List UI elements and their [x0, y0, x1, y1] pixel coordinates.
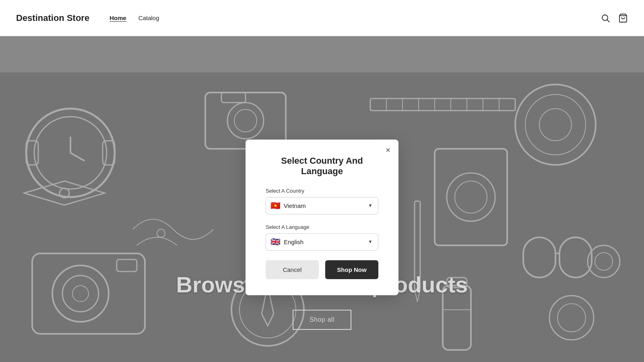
header: Destination Store Home Catalog: [0, 0, 644, 36]
modal-buttons: Cancel Shop Now: [266, 260, 378, 279]
modal-overlay: × Select Country And Language Select A C…: [0, 72, 644, 362]
shop-now-button[interactable]: Shop Now: [325, 260, 378, 279]
svg-line-1: [607, 20, 610, 22]
modal-close-button[interactable]: ×: [386, 146, 390, 154]
country-label: Select A Country: [266, 188, 378, 194]
nav-home[interactable]: Home: [109, 14, 126, 21]
country-select-wrapper: 🇻🇳 Vietnam United States United Kingdom …: [266, 197, 378, 214]
cart-button[interactable]: [618, 13, 628, 23]
svg-point-0: [602, 15, 608, 21]
hero-section: Browse our latest products Shop all × Se…: [0, 36, 644, 362]
cart-icon: [618, 13, 628, 23]
nav-catalog[interactable]: Catalog: [138, 14, 159, 21]
modal-title: Select Country And Language: [266, 156, 378, 177]
search-button[interactable]: [601, 13, 610, 23]
main-nav: Home Catalog: [109, 14, 159, 21]
cancel-button[interactable]: Cancel: [266, 260, 319, 279]
language-select[interactable]: English French German Japanese Vietnames…: [266, 233, 378, 251]
language-select-wrapper: 🇬🇧 English French German Japanese Vietna…: [266, 233, 378, 251]
country-language-modal: × Select Country And Language Select A C…: [246, 140, 398, 295]
site-logo: Destination Store: [16, 13, 89, 23]
header-icons: [601, 13, 628, 23]
language-label: Select A Language: [266, 224, 378, 230]
search-icon: [601, 13, 610, 23]
country-select[interactable]: Vietnam United States United Kingdom Fra…: [266, 197, 378, 214]
